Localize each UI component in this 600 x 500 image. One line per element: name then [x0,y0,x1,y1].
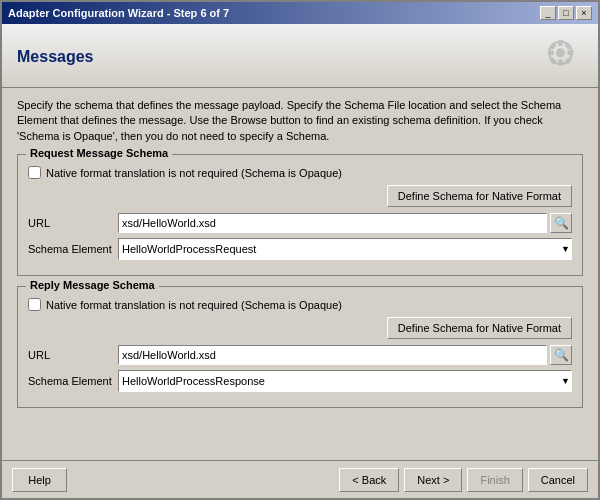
title-bar: Adapter Configuration Wizard - Step 6 of… [2,2,598,24]
footer-right: < Back Next > Finish Cancel [339,468,588,492]
footer: Help < Back Next > Finish Cancel [2,460,598,498]
finish-button[interactable]: Finish [467,468,522,492]
reply-opaque-label: Native format translation is not require… [46,299,342,311]
back-button[interactable]: < Back [339,468,399,492]
window-title: Adapter Configuration Wizard - Step 6 of… [8,7,229,19]
request-checkbox-row: Native format translation is not require… [28,166,572,179]
title-bar-controls: _ □ × [540,6,592,20]
description-text: Specify the schema that defines the mess… [17,98,583,144]
reply-browse-icon: 🔍 [554,348,569,362]
request-schema-element-label: Schema Element [28,243,118,255]
request-schema-element-wrapper: HelloWorldProcessRequest ▼ [118,238,572,260]
reply-schema-element-row: Schema Element HelloWorldProcessResponse… [28,370,572,392]
reply-group-legend: Reply Message Schema [26,279,159,291]
request-define-schema-button[interactable]: Define Schema for Native Format [387,185,572,207]
reply-url-input[interactable] [118,345,547,365]
request-url-input[interactable] [118,213,547,233]
reply-browse-button[interactable]: 🔍 [550,345,572,365]
reply-opaque-checkbox[interactable] [28,298,41,311]
gear-icon [523,34,583,79]
wizard-window: Adapter Configuration Wizard - Step 6 of… [0,0,600,500]
svg-rect-4 [548,51,554,56]
minimize-button[interactable]: _ [540,6,556,20]
reply-checkbox-row: Native format translation is not require… [28,298,572,311]
request-browse-button[interactable]: 🔍 [550,213,572,233]
help-button[interactable]: Help [12,468,67,492]
request-opaque-label: Native format translation is not require… [46,167,342,179]
request-schema-element-select[interactable]: HelloWorldProcessRequest [118,238,572,260]
reply-message-schema-group: Reply Message Schema Native format trans… [17,286,583,408]
cancel-button[interactable]: Cancel [528,468,588,492]
svg-rect-5 [567,51,573,56]
header-area: Messages [2,24,598,88]
request-schema-element-row: Schema Element HelloWorldProcessRequest … [28,238,572,260]
next-button[interactable]: Next > [404,468,462,492]
reply-schema-element-label: Schema Element [28,375,118,387]
request-group-legend: Request Message Schema [26,147,172,159]
svg-rect-2 [558,40,563,46]
svg-point-1 [556,48,565,57]
request-message-schema-group: Request Message Schema Native format tra… [17,154,583,276]
svg-rect-3 [558,60,563,66]
reply-schema-element-wrapper: HelloWorldProcessResponse ▼ [118,370,572,392]
reply-define-schema-button[interactable]: Define Schema for Native Format [387,317,572,339]
request-define-btn-row: Define Schema for Native Format [28,185,572,207]
close-button[interactable]: × [576,6,592,20]
request-opaque-checkbox[interactable] [28,166,41,179]
page-title: Messages [17,48,94,66]
reply-url-label: URL [28,349,118,361]
reply-define-btn-row: Define Schema for Native Format [28,317,572,339]
request-url-label: URL [28,217,118,229]
maximize-button[interactable]: □ [558,6,574,20]
request-url-row: URL 🔍 [28,213,572,233]
content-area: Specify the schema that defines the mess… [2,88,598,460]
reply-schema-element-select[interactable]: HelloWorldProcessResponse [118,370,572,392]
request-browse-icon: 🔍 [554,216,569,230]
reply-url-row: URL 🔍 [28,345,572,365]
footer-left: Help [12,468,67,492]
